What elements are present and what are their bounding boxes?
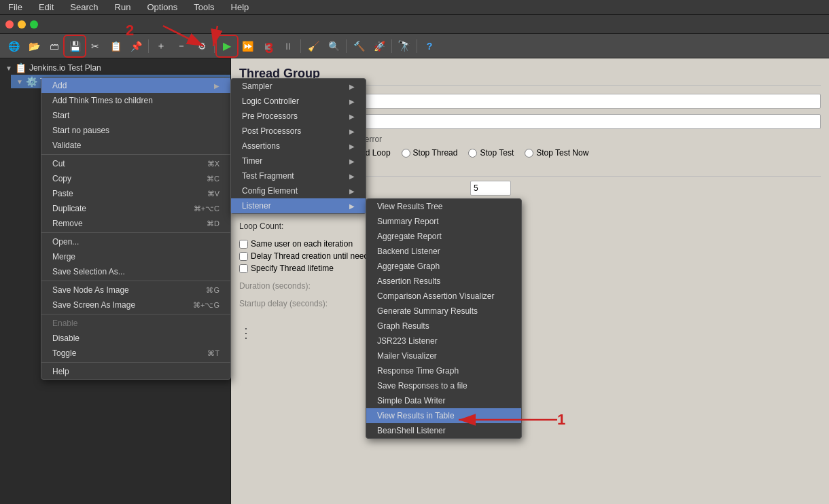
toolbar-separator-6 bbox=[417, 39, 417, 53]
clear-button[interactable]: 🧹 bbox=[304, 37, 323, 56]
traffic-lights bbox=[5, 20, 38, 29]
paste-button[interactable]: 📌 bbox=[126, 37, 145, 56]
checkbox-options: Same user on each iteration Delay Thread… bbox=[239, 239, 821, 273]
maximize-button[interactable] bbox=[30, 20, 38, 29]
specify-lifetime-checkbox-label[interactable]: Specify Thread lifetime bbox=[239, 264, 821, 273]
comments-input[interactable] bbox=[292, 114, 821, 129]
collapse-button[interactable]: － bbox=[172, 37, 191, 56]
ctx-add-think-times[interactable]: Add Think Times to children bbox=[41, 93, 230, 108]
duration-label: Duration (seconds): bbox=[239, 281, 383, 291]
close-button[interactable] bbox=[5, 20, 14, 29]
left-panel: ▼ 📋 Jenkins.io Test Plan ▼ ⚙️ Thread Gro… bbox=[0, 58, 231, 504]
listener-backend-listener[interactable]: Backend Listener bbox=[366, 244, 521, 259]
name-input[interactable] bbox=[292, 94, 821, 109]
listener-assertion-results[interactable]: Assertion Results bbox=[366, 274, 521, 289]
ctx-remove[interactable]: Remove ⌘D bbox=[41, 216, 230, 231]
submenu-assertions[interactable]: Assertions ▶ bbox=[231, 139, 366, 154]
menu-search[interactable]: Search bbox=[67, 2, 101, 12]
save-template-button[interactable]: 🗃 bbox=[45, 37, 64, 56]
listener-summary-report[interactable]: Summary Report bbox=[366, 214, 521, 229]
ctx-save-node-image[interactable]: Save Node As Image ⌘G bbox=[41, 283, 230, 298]
same-user-checkbox-label[interactable]: Same user on each iteration bbox=[239, 239, 821, 249]
ctx-save-screen-image[interactable]: Save Screen As Image ⌘+⌥G bbox=[41, 298, 230, 312]
listener-view-results-table[interactable]: View Results in Table bbox=[366, 408, 521, 423]
ctx-paste[interactable]: Paste ⌘V bbox=[41, 186, 230, 201]
more-options-button[interactable]: ⋮ bbox=[239, 325, 821, 341]
submenu-listener[interactable]: Listener ▶ View Results Tree Summary Rep… bbox=[231, 198, 366, 213]
menu-edit[interactable]: Edit bbox=[36, 2, 56, 12]
tree-label-test-plan: Jenkins.io Test Plan bbox=[29, 63, 101, 73]
listener-mailer[interactable]: Mailer Visualizer bbox=[366, 348, 521, 363]
new-button[interactable]: 🌐 bbox=[4, 37, 23, 56]
ctx-help[interactable]: Help bbox=[41, 364, 230, 379]
cut-button[interactable]: ✂ bbox=[86, 37, 105, 56]
menu-file[interactable]: File bbox=[5, 2, 25, 12]
specify-lifetime-checkbox[interactable] bbox=[239, 264, 248, 273]
titlebar bbox=[0, 15, 829, 34]
listener-view-results-tree[interactable]: View Results Tree bbox=[366, 199, 521, 214]
listener-graph-results[interactable]: Graph Results bbox=[366, 319, 521, 334]
ctx-open[interactable]: Open... bbox=[41, 234, 230, 249]
ctx-cut[interactable]: Cut ⌘X bbox=[41, 156, 230, 171]
ctx-toggle[interactable]: Toggle ⌘T bbox=[41, 346, 230, 361]
listener-generate-summary[interactable]: Generate Summary Results bbox=[366, 304, 521, 319]
delay-thread-checkbox-label[interactable]: Delay Thread creation until needed bbox=[239, 251, 821, 261]
same-user-checkbox[interactable] bbox=[239, 240, 248, 249]
toolbar: 🌐 📂 🗃 💾 ✂ 📋 📌 ＋ － ⚙ ▶ ⏩ ⏹ ⏸ 🧹 🔍 🔨 🚀 🔭 ? bbox=[0, 34, 829, 58]
submenu-test-fragment[interactable]: Test Fragment ▶ bbox=[231, 168, 366, 183]
ctx-start-no-pauses[interactable]: Start no pauses bbox=[41, 123, 230, 138]
search-button[interactable]: 🔭 bbox=[395, 37, 414, 56]
ctx-disable[interactable]: Disable bbox=[41, 331, 230, 346]
listener-jsr223[interactable]: JSR223 Listener bbox=[366, 334, 521, 348]
open-button[interactable]: 📂 bbox=[24, 37, 43, 56]
stop-button[interactable]: ⏹ bbox=[258, 37, 277, 56]
menu-run[interactable]: Run bbox=[112, 2, 134, 12]
copy-button[interactable]: 📋 bbox=[106, 37, 125, 56]
radio-stop-test-now[interactable]: Stop Test Now bbox=[525, 148, 588, 158]
listener-simple-data-writer[interactable]: Simple Data Writer bbox=[366, 393, 521, 408]
shutdown-button[interactable]: ⏸ bbox=[279, 37, 298, 56]
submenu-logic-controller[interactable]: Logic Controller ▶ bbox=[231, 94, 366, 109]
ctx-merge[interactable]: Merge bbox=[41, 249, 230, 264]
listener-aggregate-report[interactable]: Aggregate Report bbox=[366, 229, 521, 244]
ctx-copy[interactable]: Copy ⌘C bbox=[41, 171, 230, 186]
listener-aggregate-graph[interactable]: Aggregate Graph bbox=[366, 259, 521, 274]
tree-item-test-plan[interactable]: ▼ 📋 Jenkins.io Test Plan bbox=[0, 61, 230, 75]
num-threads-input[interactable] bbox=[470, 181, 511, 196]
remote-start-button[interactable]: 🚀 bbox=[370, 37, 389, 56]
submenu-pre-processors[interactable]: Pre Processors ▶ bbox=[231, 109, 366, 124]
ctx-sep-2 bbox=[41, 232, 230, 233]
minimize-button[interactable] bbox=[18, 20, 26, 29]
listener-comparison-assertion[interactable]: Comparison Assertion Visualizer bbox=[366, 289, 521, 304]
menu-help[interactable]: Help bbox=[228, 2, 252, 12]
function-helper-button[interactable]: 🔨 bbox=[349, 37, 368, 56]
help-toolbar-button[interactable]: ? bbox=[420, 37, 439, 56]
expand-button[interactable]: ＋ bbox=[152, 37, 171, 56]
ctx-start[interactable]: Start bbox=[41, 108, 230, 123]
add-submenu: Sampler ▶ Logic Controller ▶ Pre Process… bbox=[230, 78, 366, 214]
submenu-timer[interactable]: Timer ▶ bbox=[231, 154, 366, 168]
ctx-sep-1 bbox=[41, 154, 230, 155]
radio-stop-test[interactable]: Stop Test bbox=[468, 148, 514, 158]
delay-thread-checkbox[interactable] bbox=[239, 252, 248, 261]
toggle-button[interactable]: ⚙ bbox=[192, 37, 211, 56]
submenu-post-processors[interactable]: Post Processors ▶ bbox=[231, 124, 366, 139]
menu-tools[interactable]: Tools bbox=[191, 2, 217, 12]
save-button[interactable]: 💾 bbox=[65, 37, 84, 56]
clear-all-button[interactable]: 🔍 bbox=[324, 37, 343, 56]
listener-beanshell[interactable]: BeanShell Listener bbox=[366, 423, 521, 438]
ctx-validate[interactable]: Validate bbox=[41, 138, 230, 153]
radio-stop-thread[interactable]: Stop Thread bbox=[402, 148, 458, 158]
submenu-config-element[interactable]: Config Element ▶ bbox=[231, 183, 366, 198]
run-no-pause-button[interactable]: ⏩ bbox=[238, 37, 257, 56]
ctx-add[interactable]: Add ▶ Sampler ▶ Logic Controller ▶ Pre P… bbox=[41, 78, 230, 93]
listener-response-time[interactable]: Response Time Graph bbox=[366, 363, 521, 378]
toolbar-separator-2 bbox=[214, 39, 215, 53]
ctx-save-selection[interactable]: Save Selection As... bbox=[41, 264, 230, 279]
listener-save-responses[interactable]: Save Responses to a file bbox=[366, 378, 521, 393]
run-button[interactable]: ▶ bbox=[217, 37, 236, 56]
ctx-duplicate[interactable]: Duplicate ⌘+⌥C bbox=[41, 201, 230, 216]
toolbar-separator-3 bbox=[300, 39, 301, 53]
submenu-sampler[interactable]: Sampler ▶ bbox=[231, 79, 366, 94]
menu-options[interactable]: Options bbox=[144, 2, 180, 12]
